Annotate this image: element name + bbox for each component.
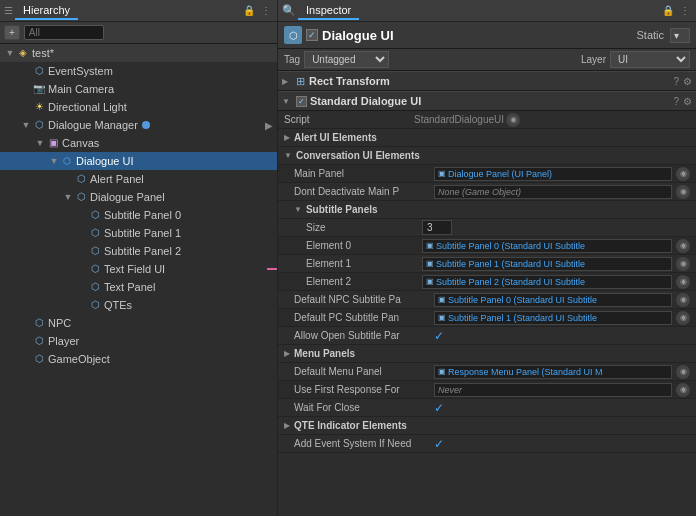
- tree-item-textpanel[interactable]: ⬡ Text Panel: [0, 278, 277, 296]
- standard-dialogue-header[interactable]: ▼ ✓ Standard Dialogue UI ? ⚙: [278, 91, 696, 111]
- conv-expand-icon: ▼: [284, 151, 292, 160]
- tree-item-player[interactable]: ⬡ Player: [0, 332, 277, 350]
- hierarchy-tab-bar: ☰ Hierarchy 🔒 ⋮: [0, 0, 277, 22]
- expand-test[interactable]: [4, 48, 16, 58]
- main-panel-dot[interactable]: ◉: [676, 167, 690, 181]
- dont-deactivate-label: Dont Deactivate Main P: [294, 186, 434, 197]
- inspector-menu-btn[interactable]: ⋮: [678, 5, 692, 16]
- default-pc-dot[interactable]: ◉: [676, 311, 690, 325]
- expand-dialoguemanager[interactable]: [20, 120, 32, 130]
- script-value[interactable]: StandardDialogueUI: [414, 114, 504, 125]
- menu-panels-label: Menu Panels: [294, 348, 355, 359]
- scene-icon: ◈: [16, 46, 30, 60]
- tree-item-dialoguepanel[interactable]: ⬡ Dialogue Panel: [0, 188, 277, 206]
- tree-item-canvas[interactable]: ▣ Canvas: [0, 134, 277, 152]
- subtitle-panels-header[interactable]: ▼ Subtitle Panels: [278, 201, 696, 219]
- alert-section-header[interactable]: ▶ Alert UI Elements: [278, 129, 696, 147]
- allow-open-check[interactable]: ✓: [434, 329, 444, 343]
- standard-dialogue-name: Standard Dialogue UI: [310, 95, 673, 107]
- tree-item-subtitlepanel2[interactable]: ⬡ Subtitle Panel 2: [0, 242, 277, 260]
- alert-label: Alert UI Elements: [294, 132, 377, 143]
- use-first-ref[interactable]: Never: [434, 383, 672, 397]
- manager-arrow: ▶: [265, 120, 273, 131]
- static-dropdown[interactable]: ▾: [670, 28, 690, 43]
- default-npc-label: Default NPC Subtitle Pa: [294, 294, 434, 305]
- add-event-check[interactable]: ✓: [434, 437, 444, 451]
- expand-dialogueui[interactable]: [48, 156, 60, 166]
- inspector-lock-btn[interactable]: 🔒: [660, 5, 676, 16]
- element2-dot[interactable]: ◉: [676, 275, 690, 289]
- expand-dialoguepanel[interactable]: [62, 192, 74, 202]
- camera-icon: 📷: [32, 82, 46, 96]
- std-help-btn[interactable]: ?: [673, 96, 679, 107]
- wait-for-close-check[interactable]: ✓: [434, 401, 444, 415]
- default-pc-label: Default PC Subtitle Pan: [294, 312, 434, 323]
- size-input[interactable]: [422, 220, 452, 235]
- tree-item-gameobject[interactable]: ⬡ GameObject: [0, 350, 277, 368]
- tree-item-dialogueui[interactable]: ⬡ Dialogue UI: [0, 152, 277, 170]
- tree-item-textfieldui[interactable]: ⬡ Text Field UI: [0, 260, 277, 278]
- tag-select[interactable]: Untagged: [304, 51, 389, 68]
- wait-for-close-row: Wait For Close ✓: [278, 399, 696, 417]
- default-menu-ref[interactable]: ▣ Response Menu Panel (Standard UI M: [434, 365, 672, 379]
- tree-item-qtes[interactable]: ⬡ QTEs: [0, 296, 277, 314]
- menu-panels-header[interactable]: ▶ Menu Panels: [278, 345, 696, 363]
- search-input[interactable]: [24, 25, 104, 40]
- npc-icon: ⬡: [32, 316, 46, 330]
- dont-deactivate-row: Dont Deactivate Main P None (Game Object…: [278, 183, 696, 201]
- static-label: Static: [636, 29, 664, 41]
- tree-item-eventsystem[interactable]: ⬡ EventSystem: [0, 62, 277, 80]
- tree-item-test[interactable]: ◈ test*: [0, 44, 277, 62]
- tree-item-npc[interactable]: ⬡ NPC: [0, 314, 277, 332]
- tree-label-maincamera: Main Camera: [48, 83, 114, 95]
- rect-settings-btn[interactable]: ⚙: [683, 76, 692, 87]
- conversation-section-header[interactable]: ▼ Conversation UI Elements: [278, 147, 696, 165]
- tree-label-textpanel: Text Panel: [104, 281, 155, 293]
- tree-item-subtitlepanel0[interactable]: ⬡ Subtitle Panel 0: [0, 206, 277, 224]
- rect-transform-header[interactable]: ▶ ⊞ Rect Transform ? ⚙: [278, 71, 696, 91]
- rect-help-btn[interactable]: ?: [673, 76, 679, 87]
- dont-deactivate-dot[interactable]: ◉: [676, 185, 690, 199]
- element1-row: Element 1 ▣ Subtitle Panel 1 (Standard U…: [278, 255, 696, 273]
- tree-item-dialoguemanager[interactable]: ⬡ Dialogue Manager ▶: [0, 116, 277, 134]
- active-checkbox[interactable]: ✓: [306, 29, 318, 41]
- tree-item-alertpanel[interactable]: ⬡ Alert Panel: [0, 170, 277, 188]
- qte-label: QTE Indicator Elements: [294, 420, 407, 431]
- hierarchy-tree: ◈ test* ⬡ EventSystem 📷 Main Camera: [0, 44, 277, 516]
- element1-value: Subtitle Panel 1 (Standard UI Subtitle: [436, 259, 585, 269]
- dialoguepanel-icon: ⬡: [74, 190, 88, 204]
- use-first-label: Use First Response For: [294, 384, 434, 395]
- layer-select[interactable]: UI: [610, 51, 690, 68]
- element0-ref[interactable]: ▣ Subtitle Panel 0 (Standard UI Subtitle: [422, 239, 672, 253]
- std-settings-btn[interactable]: ⚙: [683, 96, 692, 107]
- main-panel-ref[interactable]: ▣ Dialogue Panel (UI Panel): [434, 167, 672, 181]
- hierarchy-tab[interactable]: Hierarchy: [15, 2, 78, 20]
- hierarchy-menu-btn[interactable]: ⋮: [259, 5, 273, 16]
- element1-dot[interactable]: ◉: [676, 257, 690, 271]
- expand-canvas[interactable]: [34, 138, 46, 148]
- element0-dot[interactable]: ◉: [676, 239, 690, 253]
- script-dot-btn[interactable]: ◉: [506, 113, 520, 127]
- tree-item-subtitlepanel1[interactable]: ⬡ Subtitle Panel 1: [0, 224, 277, 242]
- default-npc-ref[interactable]: ▣ Subtitle Panel 0 (Standard UI Subtitle: [434, 293, 672, 307]
- qte-section-header[interactable]: ▶ QTE Indicator Elements: [278, 417, 696, 435]
- element1-ref[interactable]: ▣ Subtitle Panel 1 (Standard UI Subtitle: [422, 257, 672, 271]
- tree-item-directionallight[interactable]: ☀ Directional Light: [0, 98, 277, 116]
- inspector-tab-icon: 🔍: [282, 4, 296, 17]
- sub0-icon: ⬡: [88, 208, 102, 222]
- default-npc-dot[interactable]: ◉: [676, 293, 690, 307]
- use-first-dot[interactable]: ◉: [676, 383, 690, 397]
- add-button[interactable]: +: [4, 25, 20, 40]
- object-name[interactable]: Dialogue UI: [322, 28, 632, 43]
- default-npc-value: Subtitle Panel 0 (Standard UI Subtitle: [448, 295, 597, 305]
- std-checkbox[interactable]: ✓: [296, 96, 307, 107]
- hierarchy-lock-btn[interactable]: 🔒: [241, 5, 257, 16]
- tree-item-maincamera[interactable]: 📷 Main Camera: [0, 80, 277, 98]
- default-pc-ref[interactable]: ▣ Subtitle Panel 1 (Standard UI Subtitle: [434, 311, 672, 325]
- main-panel-row: Main Panel ▣ Dialogue Panel (UI Panel) ◉: [278, 165, 696, 183]
- element2-ref[interactable]: ▣ Subtitle Panel 2 (Standard UI Subtitle: [422, 275, 672, 289]
- inspector-tab[interactable]: Inspector: [298, 2, 359, 20]
- inspector-scroll: ▶ ⊞ Rect Transform ? ⚙ ▼ ✓ Standard Dial…: [278, 71, 696, 516]
- default-menu-dot[interactable]: ◉: [676, 365, 690, 379]
- dont-deactivate-ref[interactable]: None (Game Object): [434, 185, 672, 199]
